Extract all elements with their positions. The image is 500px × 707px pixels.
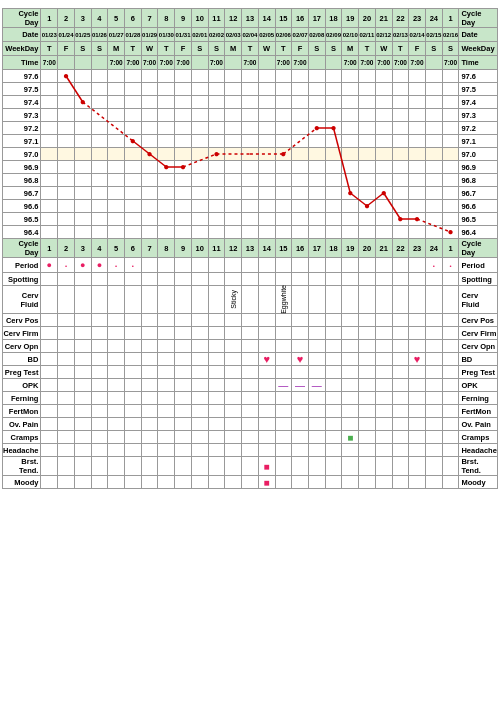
grid-cell <box>108 476 125 489</box>
grid-cell <box>158 476 175 489</box>
grid-cell <box>158 258 175 273</box>
weekday-cell: W <box>375 42 392 56</box>
temp-cell <box>74 226 91 239</box>
grid-cell <box>141 366 158 379</box>
grid-cell <box>275 273 292 286</box>
grid-cell <box>242 392 259 405</box>
grid-cell <box>242 431 259 444</box>
temp-cell <box>208 122 225 135</box>
grid-cell <box>225 379 242 392</box>
temp-cell: ● <box>308 122 325 135</box>
date-label: Date <box>3 28 41 42</box>
temp-label-right: 97.3 <box>459 109 498 122</box>
temp-cell <box>325 213 342 226</box>
grid-cell <box>375 273 392 286</box>
grid-cell <box>325 379 342 392</box>
temp-cell <box>125 122 142 135</box>
grid-cell <box>375 366 392 379</box>
grid-cell <box>275 418 292 431</box>
grid-cell <box>292 340 309 353</box>
temp-label-cell: 97.6 <box>3 70 41 83</box>
row-label-right: Cerv Pos <box>459 314 498 327</box>
grid-cell <box>108 392 125 405</box>
grid-cell: ● <box>74 258 91 273</box>
temp-cell <box>342 161 359 174</box>
date-cell: 01/24 <box>58 28 75 42</box>
time-cell: 7:00 <box>141 56 158 70</box>
grid-cell <box>375 327 392 340</box>
temp-cell <box>392 70 409 83</box>
temp-cell <box>258 148 275 161</box>
date-label-right: Date <box>459 28 498 42</box>
temp-cell <box>375 70 392 83</box>
temp-cell: ● <box>208 148 225 161</box>
grid-cell <box>325 353 342 366</box>
grid-cell <box>425 431 442 444</box>
grid-cell <box>292 392 309 405</box>
temp-cell <box>425 83 442 96</box>
grid-cell <box>292 405 309 418</box>
grid-cell <box>425 366 442 379</box>
date-cell: 02/11 <box>359 28 376 42</box>
grid-cell <box>41 314 58 327</box>
temp-cell <box>91 96 108 109</box>
time-cell <box>58 56 75 70</box>
temp-cell <box>292 187 309 200</box>
grid-cell: — <box>292 379 309 392</box>
cycle-day-cell: 18 <box>325 239 342 258</box>
temp-cell <box>108 200 125 213</box>
row-label-right: Moody <box>459 476 498 489</box>
grid-cell <box>191 273 208 286</box>
temp-cell <box>141 200 158 213</box>
grid-cell <box>242 273 259 286</box>
temp-cell <box>425 70 442 83</box>
temp-row: 97.2●●97.2 <box>3 122 498 135</box>
temp-cell <box>208 161 225 174</box>
temp-cell <box>242 148 259 161</box>
temp-cell <box>359 96 376 109</box>
temp-cell <box>58 213 75 226</box>
grid-cell <box>325 286 342 314</box>
grid-cell <box>375 258 392 273</box>
temp-label-cell: 96.8 <box>3 174 41 187</box>
row-label-right: Period <box>459 258 498 273</box>
temp-cell <box>125 200 142 213</box>
grid-cell <box>359 286 376 314</box>
grid-cell <box>191 405 208 418</box>
grid-cell <box>141 476 158 489</box>
temp-cell <box>91 70 108 83</box>
temp-cell <box>191 174 208 187</box>
temp-cell <box>442 83 459 96</box>
cycle-day-cell: 10 <box>191 239 208 258</box>
temp-cell <box>74 213 91 226</box>
grid-cell <box>409 327 426 340</box>
temp-cell <box>425 161 442 174</box>
time-label: Time <box>3 56 41 70</box>
temp-cell <box>108 96 125 109</box>
grid-cell <box>108 431 125 444</box>
time-cell <box>74 56 91 70</box>
grid-cell <box>158 353 175 366</box>
grid-cell <box>225 273 242 286</box>
temp-cell <box>108 174 125 187</box>
grid-cell <box>359 457 376 476</box>
grid-cell <box>208 476 225 489</box>
temp-cell <box>58 122 75 135</box>
grid-cell <box>409 258 426 273</box>
temp-cell: ● <box>325 122 342 135</box>
grid-cell <box>225 353 242 366</box>
row-label-right: Cerv Firm <box>459 327 498 340</box>
row-label: Brst. Tend. <box>3 457 41 476</box>
row-label: Headache <box>3 444 41 457</box>
temp-cell <box>208 109 225 122</box>
temp-cell <box>125 96 142 109</box>
grid-cell <box>208 431 225 444</box>
grid-cell <box>325 418 342 431</box>
temp-cell <box>225 83 242 96</box>
temp-cell <box>191 122 208 135</box>
grid-cell <box>275 444 292 457</box>
grid-cell <box>41 353 58 366</box>
grid-cell <box>409 286 426 314</box>
cycle-day-cell: 4 <box>91 239 108 258</box>
temp-cell <box>375 200 392 213</box>
